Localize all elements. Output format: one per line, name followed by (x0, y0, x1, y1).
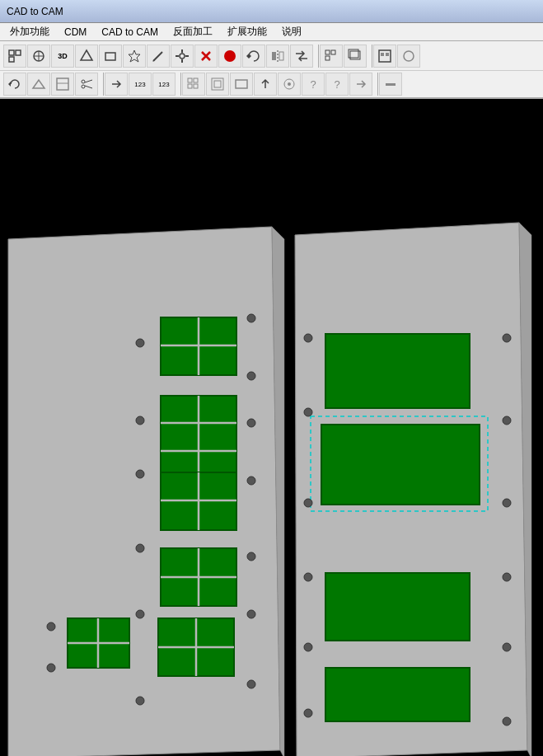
svg-point-86 (247, 610, 255, 618)
svg-rect-18 (272, 52, 276, 60)
menu-item-kuo[interactable]: 扩展功能 (221, 23, 274, 40)
tb1-window[interactable] (373, 45, 396, 68)
sep2-3 (373, 73, 378, 96)
svg-point-102 (503, 573, 511, 581)
tb1-move[interactable] (3, 45, 26, 68)
svg-rect-92 (325, 668, 470, 721)
tb1-star[interactable] (123, 45, 146, 68)
tb1-circle-fill[interactable] (218, 45, 241, 68)
svg-point-79 (47, 664, 55, 672)
sep2 (367, 45, 372, 68)
svg-marker-6 (81, 50, 92, 60)
svg-rect-43 (214, 81, 221, 87)
svg-rect-44 (236, 80, 247, 88)
tb2-num1[interactable]: 123 (129, 73, 152, 96)
sep1 (314, 45, 319, 68)
tb2-scissors[interactable] (75, 73, 98, 96)
tb2-question2[interactable]: ? (325, 73, 349, 96)
menu-item-fan[interactable]: 反面加工 (166, 23, 219, 40)
tb2-rect2[interactable] (230, 73, 253, 96)
tb2-grid2[interactable] (182, 73, 205, 96)
svg-line-36 (85, 80, 92, 82)
svg-rect-2 (9, 57, 14, 62)
svg-rect-88 (325, 334, 470, 408)
tb1-select[interactable] (27, 45, 50, 68)
svg-point-87 (247, 680, 255, 688)
tb1-pencil[interactable] (147, 45, 170, 68)
svg-rect-40 (188, 84, 192, 88)
svg-rect-13 (181, 59, 183, 63)
tb1-grid[interactable] (320, 45, 343, 68)
svg-rect-27 (381, 53, 384, 56)
menu-item-cdm[interactable]: CDM (58, 25, 93, 40)
tb1-poly[interactable] (75, 45, 98, 68)
tb2-box[interactable] (51, 73, 74, 96)
svg-rect-21 (325, 50, 330, 54)
svg-point-34 (82, 80, 85, 83)
tb1-swap[interactable] (290, 45, 313, 68)
svg-line-9 (153, 52, 162, 61)
tb2-question1[interactable]: ? (302, 73, 325, 96)
menu-bar: 外加功能 CDM CAD to CAM 反面加工 扩展功能 说明 (0, 23, 543, 41)
svg-marker-8 (129, 50, 140, 62)
svg-point-11 (180, 54, 185, 59)
svg-point-80 (136, 697, 144, 705)
svg-point-75 (136, 470, 144, 478)
tb2-right-arrow[interactable] (349, 73, 372, 96)
svg-rect-15 (185, 55, 189, 57)
tb1-mirror[interactable] (266, 45, 289, 68)
tb1-3d[interactable]: 3D (51, 45, 74, 68)
tb2-target[interactable] (278, 73, 301, 96)
tb2-minus[interactable] (379, 73, 402, 96)
svg-point-83 (247, 419, 255, 427)
svg-point-77 (136, 610, 144, 618)
svg-marker-30 (8, 82, 11, 87)
svg-rect-19 (279, 52, 283, 60)
svg-rect-41 (194, 84, 198, 88)
tb2-squares[interactable] (206, 73, 229, 96)
menu-item-wai[interactable]: 外加功能 (3, 23, 56, 40)
menu-item-shuo[interactable]: 说明 (275, 23, 308, 40)
tb1-gear[interactable] (171, 45, 194, 68)
tb2-up-arrow[interactable] (254, 73, 277, 96)
svg-point-16 (224, 50, 236, 62)
svg-point-74 (136, 416, 144, 425)
tb1-rect[interactable] (99, 45, 122, 68)
svg-point-85 (247, 552, 255, 561)
svg-rect-22 (331, 50, 335, 54)
svg-rect-23 (325, 56, 330, 60)
svg-point-35 (82, 85, 85, 88)
title-text: CAD to CAM (7, 6, 63, 17)
tb1-rotate[interactable] (242, 45, 265, 68)
svg-rect-12 (181, 49, 183, 53)
tb2-triangle[interactable] (27, 73, 50, 96)
menu-item-cadtocam[interactable]: CAD to CAM (95, 25, 165, 40)
tb2-num2[interactable]: 123 (152, 73, 176, 96)
tb1-layers[interactable] (344, 45, 367, 68)
svg-point-97 (304, 643, 312, 651)
tb1-cross[interactable] (194, 45, 218, 68)
svg-rect-32 (57, 78, 68, 90)
svg-point-96 (304, 573, 312, 581)
svg-marker-17 (246, 54, 251, 59)
tb1-extra[interactable] (397, 45, 420, 68)
toolbar1: 3D (0, 41, 543, 71)
svg-rect-7 (105, 53, 115, 60)
svg-line-37 (85, 86, 92, 88)
svg-point-101 (503, 499, 511, 507)
svg-marker-31 (33, 80, 44, 88)
svg-rect-28 (386, 53, 389, 56)
svg-rect-14 (176, 55, 179, 57)
canvas-area[interactable] (0, 99, 543, 756)
svg-rect-42 (212, 78, 223, 90)
tb2-arrow[interactable] (105, 73, 128, 96)
cad-svg (0, 99, 543, 756)
tb2-undo[interactable] (3, 73, 26, 96)
sep2-1 (99, 73, 104, 96)
svg-rect-90 (321, 425, 480, 505)
title-bar: CAD to CAM (0, 0, 543, 23)
toolbar2: 123 123 ? ? (0, 71, 543, 99)
sep2-2 (176, 73, 181, 96)
svg-point-94 (304, 408, 312, 416)
svg-point-95 (304, 499, 312, 507)
